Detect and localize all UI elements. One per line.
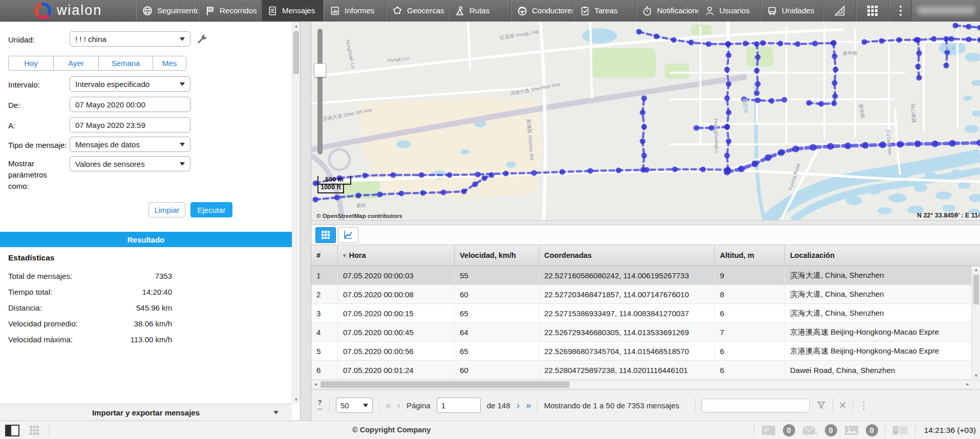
scroll-left-icon[interactable]: ◄ [311,380,319,389]
col-time[interactable]: ▾ Hora [338,245,455,266]
tab-usuarios[interactable]: Usuarios [698,0,761,21]
tab-informes[interactable]: Informes [324,0,386,21]
message-type-select[interactable]: Mensajes de datos [70,137,190,152]
cell-coordinates: 22.52804725897238, 114.0201116446101 [539,361,715,379]
col-number[interactable]: # [311,245,338,266]
tab-conductores[interactable]: Conductores [511,0,573,21]
table-row[interactable]: 6 07.05.2020 00:01:24 60 22.528047258972… [311,361,980,380]
col-altitude[interactable]: Altitud, m [715,245,785,266]
col-location[interactable]: Localización [785,245,972,266]
interval-select[interactable]: Intervalo especificado [70,76,190,92]
cell-speed: 65 [455,304,539,322]
wrench-icon[interactable] [196,33,208,46]
tab-geocercas[interactable]: Geocercas [386,0,449,21]
user-icon [704,5,715,16]
tab-unidades[interactable]: Unidades [761,0,823,21]
tab-seguimiento[interactable]: Seguimiento [136,0,199,21]
table-view-toggle[interactable] [315,227,336,243]
week-button[interactable]: Semana [99,56,153,70]
scroll-down-icon[interactable]: ▼ [292,396,300,404]
column-resize-button[interactable]: ? ↔ [316,400,323,411]
scrollbar-thumb[interactable] [293,31,299,74]
clear-button[interactable]: Limpiar [148,202,185,217]
clear-filter-button[interactable]: × [839,398,846,412]
tab-notificaciones[interactable]: Notificaciones [636,0,698,21]
map-zoom-slider[interactable] [317,29,323,155]
first-page-button[interactable]: « [386,400,391,411]
chart-view-toggle[interactable] [338,227,358,243]
page-size-select[interactable]: 50 [336,398,373,413]
separator [49,424,50,437]
tab-tareas[interactable]: Tareas [573,0,636,21]
media-image-icon[interactable] [844,424,859,436]
from-date-input[interactable] [70,97,190,112]
to-date-input[interactable] [70,117,190,133]
cell-number: 3 [311,304,338,322]
next-page-button[interactable]: › [517,400,520,411]
user-menu[interactable] [912,0,980,21]
yesterday-button[interactable]: Ayer [54,56,99,70]
messages-inbox-icon[interactable] [802,424,818,436]
panel-scrollbar[interactable]: ▲ ▼ [292,22,300,404]
wialon-logo-icon [34,2,52,19]
tab-recorridos[interactable]: Recorridos [199,0,261,21]
toggle-left-panel-button[interactable] [5,425,19,436]
table-row[interactable]: 5 07.05.2020 00:00:56 65 22.526986807345… [311,342,980,361]
chevron-down-icon [180,82,185,86]
filter-funnel-icon[interactable] [816,400,826,410]
messages-table-body: 1 07.05.2020 00:00:03 55 22.527160586080… [311,266,980,380]
col-speed[interactable]: Velocidad, km/h [455,245,539,266]
scrollbar-thumb[interactable] [321,381,569,388]
unit-select[interactable]: ! ! ! china [70,31,190,47]
pager-more-button[interactable]: ⋮ [859,400,869,411]
apps-grid-button[interactable] [856,0,889,21]
bottom-grid-icon[interactable] [28,424,41,437]
scroll-up-icon[interactable]: ▲ [292,22,300,30]
tab-rutas[interactable]: Rutas [449,0,511,21]
notifications-count-badge[interactable]: 0 [783,424,795,436]
table-row[interactable]: 4 07.05.2020 00:00:45 64 22.526729346680… [311,323,980,342]
map-zoom-handle[interactable] [314,63,326,77]
prev-page-button[interactable]: ‹ [397,400,400,411]
stat-label: Velocidad máxima: [8,335,73,344]
today-button[interactable]: Hoy [9,56,54,70]
table-row[interactable]: 2 07.05.2020 00:00:08 60 22.527203468471… [311,285,980,304]
unit-select-value: ! ! ! china [75,35,106,43]
month-button[interactable]: Mes [153,56,186,70]
ruler-tool-button[interactable] [823,0,856,21]
filter-input[interactable] [701,399,810,412]
layout-panels-icon[interactable] [892,424,908,436]
table-row[interactable]: 1 07.05.2020 00:00:03 55 22.527160586080… [311,266,980,285]
clipboard-check-icon [579,5,590,16]
horizontal-splitter[interactable] [311,220,980,225]
separator [754,424,754,437]
tab-mensajes[interactable]: Mensajes [261,0,324,21]
params-select[interactable]: Valores de sensores [70,156,190,171]
chevron-down-icon [180,143,185,146]
scrollbar-thumb[interactable] [973,275,979,304]
copyright-text: © Copyright Company [352,426,431,434]
col-coordinates[interactable]: Coordenadas [539,245,715,266]
cell-time: 07.05.2020 00:01:24 [338,361,455,379]
vehicle-icon [766,5,778,16]
more-menu-button[interactable] [889,0,912,21]
map[interactable]: NongYuan Lu HongLi Lu 红荔路 HongLi Rd 深南大道… [311,21,980,220]
media-count-badge[interactable]: 0 [866,424,878,436]
cell-time: 07.05.2020 00:00:45 [338,323,455,341]
scroll-up-icon[interactable]: ▲ [972,266,980,274]
scroll-down-icon[interactable]: ▼ [972,372,980,380]
messages-table-header: # ▾ Hora Velocidad, km/h Coordenadas Alt… [311,245,980,266]
execute-button[interactable]: Ejecutar [190,202,232,217]
notifications-log-icon[interactable] [761,424,776,436]
import-export-bar[interactable]: Importar y exportar mensajes [0,404,292,421]
page-number-input[interactable] [437,398,481,413]
separator [833,398,833,413]
table-horizontal-scrollbar[interactable]: ◄ ► [311,380,980,389]
cell-speed: 60 [455,285,539,303]
scroll-right-icon[interactable]: ► [964,380,972,389]
vertical-splitter[interactable] [300,21,311,421]
last-page-button[interactable]: » [526,400,531,411]
table-row[interactable]: 3 07.05.2020 00:00:15 65 22.527153869334… [311,304,980,323]
table-scrollbar[interactable]: ▲ ▼ [972,266,980,380]
messages-count-badge[interactable]: 0 [825,424,837,436]
